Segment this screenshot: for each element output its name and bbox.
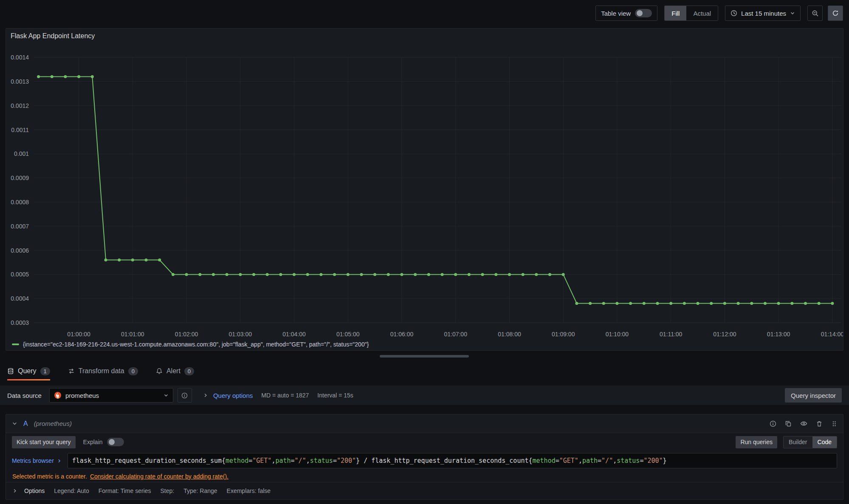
- fill-option[interactable]: Fill: [665, 6, 686, 20]
- drag-handle-icon[interactable]: [831, 420, 837, 427]
- datasource-value: prometheus: [65, 392, 160, 399]
- chevron-right-icon: [57, 459, 62, 463]
- svg-text:01:07:00: 01:07:00: [444, 331, 467, 338]
- bell-icon: [156, 368, 163, 374]
- tab-query-label: Query: [18, 367, 37, 375]
- latency-panel: Flask App Endpoint Latency 0.00140.00130…: [6, 28, 843, 351]
- tab-transform-data[interactable]: Transform data 0: [68, 362, 138, 380]
- svg-text:0.0013: 0.0013: [11, 78, 29, 85]
- svg-text:01:00:00: 01:00:00: [67, 331, 90, 338]
- tab-transform-label: Transform data: [79, 367, 124, 375]
- info-circle-icon[interactable]: [770, 420, 776, 427]
- svg-text:0.0014: 0.0014: [11, 54, 29, 61]
- svg-text:0.0009: 0.0009: [11, 175, 29, 181]
- chevron-down-icon[interactable]: [12, 421, 17, 426]
- options-label: Options: [24, 487, 45, 494]
- builder-option[interactable]: Builder: [784, 436, 812, 448]
- tab-alert-label: Alert: [166, 367, 181, 375]
- actual-option[interactable]: Actual: [686, 6, 718, 20]
- svg-text:0.001: 0.001: [14, 150, 29, 157]
- eye-icon[interactable]: [800, 420, 807, 427]
- zoom-out-button[interactable]: [807, 6, 823, 21]
- explain-toggle[interactable]: [107, 438, 124, 446]
- tab-alert-count: 0: [184, 367, 194, 375]
- svg-text:01:09:00: 01:09:00: [552, 331, 575, 338]
- svg-text:01:02:00: 01:02:00: [175, 331, 198, 338]
- svg-text:0.0004: 0.0004: [11, 295, 29, 302]
- tab-alert[interactable]: Alert 0: [156, 362, 194, 380]
- tab-query-count: 1: [40, 367, 50, 375]
- latency-chart[interactable]: 0.00140.00130.00120.00110.0010.00090.000…: [6, 28, 843, 350]
- query-header-actions: [770, 420, 837, 427]
- svg-text:01:11:00: 01:11:00: [660, 331, 683, 338]
- query-options-toggle[interactable]: Query options MD = auto = 1827 Interval …: [203, 392, 353, 399]
- code-option[interactable]: Code: [812, 436, 837, 448]
- query-header: A (prometheus): [6, 414, 843, 433]
- svg-text:0.0006: 0.0006: [11, 247, 29, 254]
- datasource-help-button[interactable]: [178, 388, 192, 403]
- time-range-label: Last 15 minutes: [741, 10, 786, 17]
- svg-text:01:08:00: 01:08:00: [498, 331, 521, 338]
- panel-title[interactable]: Flask App Endpoint Latency: [11, 32, 95, 40]
- option-legend: Legend: Auto: [54, 487, 89, 494]
- transform-icon: [68, 368, 75, 374]
- refresh-icon: [832, 10, 839, 17]
- datasource-picker[interactable]: prometheus: [49, 388, 173, 403]
- query-inspector-button[interactable]: Query inspector: [785, 388, 842, 403]
- query-options-interval: Interval = 15s: [317, 392, 353, 399]
- legend-label[interactable]: {instance="ec2-184-169-216-224.us-west-1…: [23, 341, 369, 348]
- svg-text:0.0011: 0.0011: [11, 127, 29, 133]
- query-datasource-hint: (prometheus): [34, 420, 72, 427]
- datasource-row: Data source prometheus Query options MD …: [0, 386, 849, 405]
- promql-expression-input[interactable]: flask_http_request_duration_seconds_sum{…: [68, 453, 837, 468]
- query-toolbar: Kick start your query Explain Run querie…: [6, 433, 843, 451]
- legend-swatch: [12, 344, 19, 345]
- option-exemplars: Exemplars: false: [227, 487, 271, 494]
- option-type: Type: Range: [183, 487, 217, 494]
- warning-text: Selected metric is a counter.: [12, 473, 87, 480]
- metrics-browser-label: Metrics browser: [12, 457, 54, 464]
- editor-tabs: Query 1 Transform data 0 Alert 0: [0, 362, 849, 380]
- kick-start-query-button[interactable]: Kick start your query: [12, 436, 76, 448]
- tab-transform-count: 0: [128, 367, 138, 375]
- warning-rate-link[interactable]: Consider calculating rate of counter by …: [90, 473, 228, 480]
- svg-text:0.0005: 0.0005: [11, 271, 29, 278]
- query-options-md: MD = auto = 1827: [261, 392, 309, 399]
- explain-control: Explain: [83, 438, 124, 446]
- svg-text:0.0007: 0.0007: [11, 223, 29, 230]
- refresh-button[interactable]: [828, 6, 843, 21]
- svg-text:01:06:00: 01:06:00: [390, 331, 414, 338]
- time-range-picker[interactable]: Last 15 minutes: [725, 6, 801, 21]
- svg-text:01:03:00: 01:03:00: [229, 331, 252, 338]
- zoom-out-icon: [812, 10, 819, 17]
- svg-text:01:14:00: 01:14:00: [821, 331, 843, 338]
- metrics-browser-link[interactable]: Metrics browser: [12, 457, 62, 464]
- svg-text:0.0003: 0.0003: [11, 319, 29, 326]
- query-expression-row: Metrics browser flask_http_request_durat…: [6, 451, 843, 470]
- query-ref-id[interactable]: A: [23, 420, 28, 428]
- option-step: Step:: [160, 487, 174, 494]
- run-queries-button[interactable]: Run queries: [736, 436, 777, 448]
- fill-actual-group: Fill Actual: [664, 6, 718, 21]
- explain-label: Explain: [83, 439, 103, 445]
- svg-text:01:04:00: 01:04:00: [282, 331, 306, 338]
- chevron-right-icon: [12, 488, 17, 493]
- copy-query-icon[interactable]: [785, 420, 792, 427]
- table-view-toggle[interactable]: [635, 9, 652, 17]
- option-format: Format: Time series: [99, 487, 151, 494]
- query-options-footer[interactable]: Options Legend: Auto Format: Time series…: [6, 482, 843, 499]
- query-toolbar-right: Run queries Builder Code: [736, 436, 837, 448]
- svg-text:01:05:00: 01:05:00: [336, 331, 360, 338]
- database-icon: [7, 368, 14, 374]
- chevron-down-icon: [164, 393, 169, 398]
- svg-text:0.0008: 0.0008: [11, 199, 29, 206]
- panel-resize-handle[interactable]: [380, 355, 469, 358]
- builder-code-group: Builder Code: [783, 436, 837, 448]
- svg-text:0.0012: 0.0012: [11, 102, 29, 109]
- query-editor-card: A (prometheus) Kick start your query Exp…: [6, 414, 843, 500]
- svg-text:01:12:00: 01:12:00: [713, 331, 736, 338]
- trash-icon[interactable]: [816, 420, 823, 427]
- table-view-label: Table view: [601, 10, 631, 17]
- tab-query[interactable]: Query 1: [7, 362, 50, 380]
- chevron-right-icon: [203, 393, 208, 398]
